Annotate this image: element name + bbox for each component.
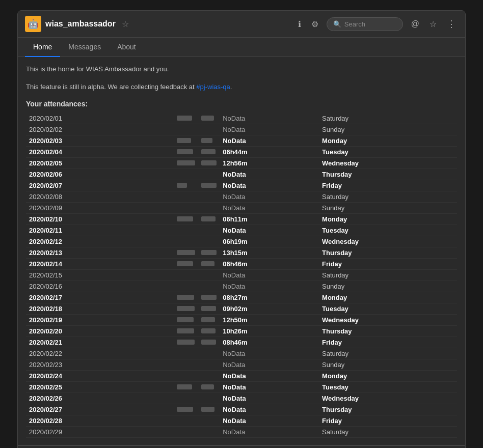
table-row: 2020/02/1313h15mThursday: [26, 247, 457, 258]
row-bar2: [198, 292, 220, 303]
row-day: Friday: [319, 415, 457, 426]
row-bar2: [198, 124, 220, 135]
row-bar2: [198, 135, 220, 146]
row-bar2: [198, 426, 220, 437]
avatar: 🤖: [25, 16, 41, 32]
row-bar2: [198, 247, 220, 258]
mention-button[interactable]: @: [409, 17, 421, 31]
row-bar2: [198, 314, 220, 325]
row-bar1: [174, 135, 198, 146]
row-bar1: [174, 415, 198, 426]
row-time: 10h26m: [220, 325, 319, 337]
table-row: 2020/02/1708h27mMonday: [26, 292, 457, 303]
row-day: Saturday: [319, 269, 457, 281]
table-row: 2020/02/09NoDataSunday: [26, 202, 457, 213]
row-day: Friday: [319, 180, 457, 191]
intro-line2: This feature is still in alpha. We are c…: [26, 82, 457, 93]
table-row: 2020/02/06NoDataThursday: [26, 169, 457, 180]
row-date: 2020/02/16: [26, 281, 174, 292]
row-day: Sunday: [319, 359, 457, 370]
stats-section: Your stats: Total: Required: Left: ( per…: [18, 445, 465, 448]
titlebar: 🤖 wias_ambassador ☆ ℹ ⚙ 🔍 @ ☆ ⋮: [18, 11, 465, 38]
table-row: 2020/02/28NoDataFriday: [26, 415, 457, 426]
row-bar2: [198, 157, 220, 169]
row-day: Monday: [319, 213, 457, 225]
row-date: 2020/02/17: [26, 292, 174, 303]
row-bar2: [198, 303, 220, 314]
row-date: 2020/02/10: [26, 213, 174, 225]
row-time: 13h15m: [220, 247, 319, 258]
row-day: Tuesday: [319, 303, 457, 314]
row-bar1: [174, 180, 198, 191]
row-bar2: [198, 146, 220, 157]
row-bar2: [198, 225, 220, 236]
table-row: 2020/02/29NoDataSaturday: [26, 426, 457, 437]
row-bar1: [174, 202, 198, 213]
table-row: 2020/02/1809h02mTuesday: [26, 303, 457, 314]
search-icon: 🔍: [333, 20, 341, 28]
username: wias_ambassador: [45, 19, 116, 29]
row-date: 2020/02/18: [26, 303, 174, 314]
row-bar2: [198, 404, 220, 415]
tab-messages[interactable]: Messages: [60, 38, 109, 57]
row-date: 2020/02/09: [26, 202, 174, 213]
row-time: NoData: [220, 348, 319, 359]
row-date: 2020/02/19: [26, 314, 174, 325]
row-date: 2020/02/28: [26, 415, 174, 426]
row-bar2: [198, 202, 220, 213]
row-bar1: [174, 269, 198, 281]
row-time: 06h46m: [220, 258, 319, 269]
row-date: 2020/02/08: [26, 191, 174, 202]
row-date: 2020/02/21: [26, 337, 174, 348]
settings-button[interactable]: ⚙: [309, 17, 320, 31]
row-day: Saturday: [319, 348, 457, 359]
row-bar1: [174, 191, 198, 202]
row-time: NoData: [220, 124, 319, 135]
row-date: 2020/02/20: [26, 325, 174, 337]
more-button[interactable]: ⋮: [445, 16, 458, 32]
table-row: 2020/02/22NoDataSaturday: [26, 348, 457, 359]
row-day: Saturday: [319, 113, 457, 124]
table-row: 2020/02/26NoDataWednesday: [26, 393, 457, 404]
row-date: 2020/02/24: [26, 370, 174, 381]
feedback-link[interactable]: #pj-wias-qa: [196, 83, 230, 91]
row-bar1: [174, 404, 198, 415]
row-bar2: [198, 381, 220, 393]
info-button[interactable]: ℹ: [296, 17, 303, 31]
row-bar2: [198, 269, 220, 281]
row-time: 08h27m: [220, 292, 319, 303]
row-day: Tuesday: [319, 146, 457, 157]
table-row: 2020/02/23NoDataSunday: [26, 359, 457, 370]
search-box[interactable]: 🔍: [327, 17, 403, 31]
bookmark-button[interactable]: ☆: [427, 17, 439, 31]
row-bar1: [174, 303, 198, 314]
row-time: NoData: [220, 415, 319, 426]
row-date: 2020/02/15: [26, 269, 174, 281]
row-time: 08h46m: [220, 337, 319, 348]
table-row: 2020/02/02NoDataSunday: [26, 124, 457, 135]
tab-about[interactable]: About: [109, 38, 144, 57]
row-day: Friday: [319, 258, 457, 269]
row-day: Monday: [319, 370, 457, 381]
row-time: NoData: [220, 225, 319, 236]
table-row: 2020/02/1912h50mWednesday: [26, 314, 457, 325]
row-date: 2020/02/06: [26, 169, 174, 180]
row-day: Thursday: [319, 247, 457, 258]
row-date: 2020/02/04: [26, 146, 174, 157]
search-input[interactable]: [344, 20, 396, 28]
row-day: Sunday: [319, 124, 457, 135]
row-bar2: [198, 236, 220, 247]
row-time: 12h50m: [220, 314, 319, 325]
row-day: Saturday: [319, 426, 457, 437]
row-time: NoData: [220, 381, 319, 393]
star-icon[interactable]: ☆: [122, 19, 129, 29]
row-date: 2020/02/07: [26, 180, 174, 191]
row-date: 2020/02/02: [26, 124, 174, 135]
row-time: NoData: [220, 393, 319, 404]
table-row: 2020/02/08NoDataSaturday: [26, 191, 457, 202]
tab-home[interactable]: Home: [25, 38, 60, 57]
row-bar1: [174, 381, 198, 393]
row-time: NoData: [220, 113, 319, 124]
row-bar1: [174, 348, 198, 359]
row-bar2: [198, 191, 220, 202]
